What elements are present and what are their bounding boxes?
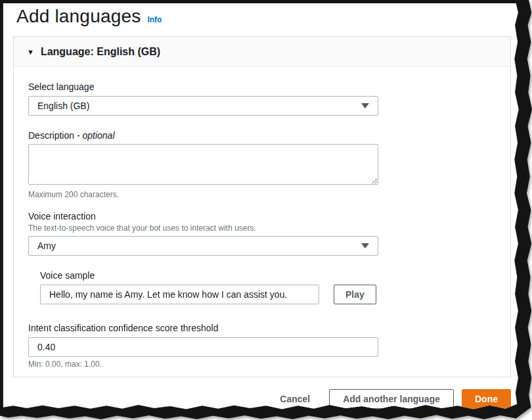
add-another-language-button[interactable]: Add another language (329, 389, 454, 409)
caret-down-icon (361, 103, 369, 108)
voice-sample-group: Voice sample Play (40, 270, 496, 304)
select-language-dropdown[interactable]: English (GB) (28, 96, 378, 116)
torn-screenshot-frame: Add languagesInfo ▼ Language: English (G… (0, 0, 532, 420)
description-textarea[interactable] (28, 144, 378, 185)
page-title: Add languages (16, 6, 141, 26)
collapse-triangle-icon[interactable]: ▼ (27, 48, 34, 56)
caret-down-icon (361, 243, 369, 248)
description-hint: Maximum 200 characters. (28, 190, 496, 199)
description-label-text: Description (28, 130, 77, 141)
voice-dropdown-value: Amy (37, 241, 56, 251)
language-panel-title: Language: English (GB) (41, 46, 160, 58)
select-language-label: Select language (28, 82, 496, 92)
description-optional-suffix: - optional (77, 130, 115, 141)
play-button[interactable]: Play (334, 285, 376, 304)
confidence-threshold-label: Intent classification confidence score t… (28, 323, 496, 333)
language-panel-header[interactable]: ▼ Language: English (GB) (14, 37, 510, 67)
language-panel-body: Select language English (GB) Description… (14, 67, 510, 382)
info-link[interactable]: Info (147, 15, 162, 24)
language-panel: ▼ Language: English (GB) Select language… (13, 36, 511, 377)
voice-sample-input[interactable] (40, 285, 319, 304)
page-header: Add languagesInfo (16, 6, 162, 27)
done-button[interactable]: Done (462, 389, 511, 409)
confidence-threshold-hint: Min: 0.00, max: 1.00. (28, 360, 496, 369)
voice-dropdown[interactable]: Amy (28, 236, 378, 256)
voice-sample-row: Play (40, 285, 496, 304)
add-languages-page: Add languagesInfo ▼ Language: English (G… (0, 0, 532, 420)
confidence-threshold-input[interactable] (28, 337, 378, 357)
voice-sample-label: Voice sample (40, 270, 496, 281)
select-language-value: English (GB) (37, 101, 89, 111)
voice-interaction-description: The text-to-speech voice that your bot u… (28, 223, 496, 233)
footer-actions: Cancel Add another language Done (13, 388, 511, 409)
voice-interaction-label: Voice interaction (28, 211, 496, 222)
description-label: Description - optional (28, 130, 496, 141)
cancel-button[interactable]: Cancel (280, 394, 310, 404)
